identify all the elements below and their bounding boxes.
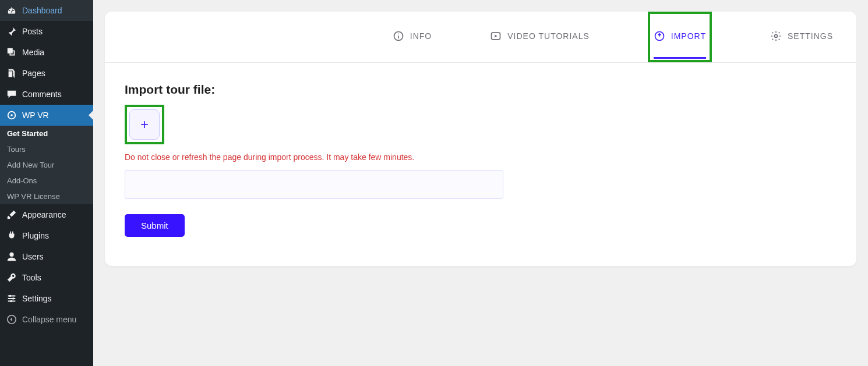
svg-point-8 — [10, 300, 12, 303]
tab-info[interactable]: INFO — [393, 12, 432, 62]
svg-point-15 — [774, 35, 777, 38]
brush-icon — [6, 209, 17, 221]
import-status-box — [125, 170, 503, 199]
play-icon — [490, 30, 502, 42]
sidebar-item-settings[interactable]: Settings — [0, 288, 93, 309]
collapse-icon — [6, 314, 17, 325]
wpvr-icon — [6, 109, 17, 121]
import-heading: Import tour file: — [125, 83, 837, 97]
sidebar-sub-tours[interactable]: Tours — [0, 141, 93, 157]
upload-file-button[interactable]: + — [129, 109, 160, 140]
highlight-upload-button: + — [125, 105, 164, 144]
sidebar-sub-get-started[interactable]: Get Started — [0, 126, 93, 141]
import-icon — [654, 30, 665, 42]
sidebar-item-tools[interactable]: Tools — [0, 267, 93, 288]
sidebar-item-label: Dashboard — [22, 6, 62, 15]
sidebar-item-label: Settings — [22, 294, 52, 303]
dashboard-icon — [6, 5, 17, 16]
import-warning-text: Do not close or refresh the page during … — [125, 152, 837, 162]
sidebar-item-label: Tools — [22, 273, 41, 282]
svg-rect-2 — [9, 71, 12, 77]
pin-icon — [6, 26, 17, 37]
pages-icon — [6, 67, 17, 79]
tab-label: SETTINGS — [788, 31, 833, 41]
sidebar-item-plugins[interactable]: Plugins — [0, 225, 93, 246]
svg-point-12 — [398, 33, 399, 34]
svg-point-6 — [9, 295, 12, 297]
submit-button[interactable]: Submit — [125, 214, 185, 237]
sidebar-item-label: Pages — [22, 69, 45, 78]
wrench-icon — [6, 272, 17, 283]
import-panel: Import tour file: + Do not close or refr… — [105, 63, 856, 266]
sliders-icon — [6, 293, 17, 304]
sidebar-item-pages[interactable]: Pages — [0, 63, 93, 84]
tab-label: IMPORT — [671, 31, 706, 41]
sidebar-submenu-wpvr: Get Started Tours Add New Tour Add-Ons W… — [0, 126, 93, 204]
sidebar-item-wpvr[interactable]: WP VR — [0, 105, 93, 126]
tab-bar: INFO VIDEO TUTORIALS IMPORT SETTINGS — [105, 12, 856, 63]
media-icon — [6, 47, 17, 58]
sidebar-item-label: Media — [22, 48, 44, 57]
sidebar-item-appearance[interactable]: Appearance — [0, 204, 93, 225]
sidebar-item-users[interactable]: Users — [0, 246, 93, 267]
user-icon — [6, 251, 17, 262]
main-content: INFO VIDEO TUTORIALS IMPORT SETTINGS — [93, 0, 868, 366]
sidebar-collapse[interactable]: Collapse menu — [0, 309, 93, 330]
sidebar-item-comments[interactable]: Comments — [0, 84, 93, 105]
svg-point-4 — [10, 114, 13, 116]
sidebar-item-media[interactable]: Media — [0, 42, 93, 63]
sidebar-item-label: Users — [22, 252, 44, 261]
sidebar-item-label: Collapse menu — [22, 315, 76, 324]
gear-icon — [770, 30, 782, 42]
tab-label: VIDEO TUTORIALS — [507, 31, 590, 41]
highlight-import-tab: IMPORT — [648, 12, 712, 62]
info-icon — [393, 30, 404, 42]
tab-import[interactable]: IMPORT — [654, 15, 706, 59]
sidebar-sub-add-new-tour[interactable]: Add New Tour — [0, 157, 93, 173]
sidebar-item-label: Comments — [22, 90, 62, 99]
sidebar-item-posts[interactable]: Posts — [0, 21, 93, 42]
tab-video-tutorials[interactable]: VIDEO TUTORIALS — [490, 12, 590, 62]
tab-settings[interactable]: SETTINGS — [770, 12, 833, 62]
plug-icon — [6, 230, 17, 241]
sidebar-item-label: WP VR — [22, 111, 49, 120]
settings-card: INFO VIDEO TUTORIALS IMPORT SETTINGS — [105, 12, 856, 266]
sidebar-sub-license[interactable]: WP VR License — [0, 189, 93, 204]
admin-sidebar: Dashboard Posts Media Pages Comments WP … — [0, 0, 93, 366]
svg-point-5 — [9, 253, 13, 257]
sidebar-item-label: Posts — [22, 27, 43, 36]
sidebar-sub-add-ons[interactable]: Add-Ons — [0, 173, 93, 189]
comment-icon — [6, 88, 17, 100]
sidebar-item-label: Plugins — [22, 231, 49, 240]
sidebar-item-dashboard[interactable]: Dashboard — [0, 0, 93, 21]
tab-label: INFO — [410, 31, 432, 41]
sidebar-item-label: Appearance — [22, 210, 66, 219]
svg-point-7 — [12, 297, 15, 300]
plus-icon: + — [140, 116, 149, 133]
